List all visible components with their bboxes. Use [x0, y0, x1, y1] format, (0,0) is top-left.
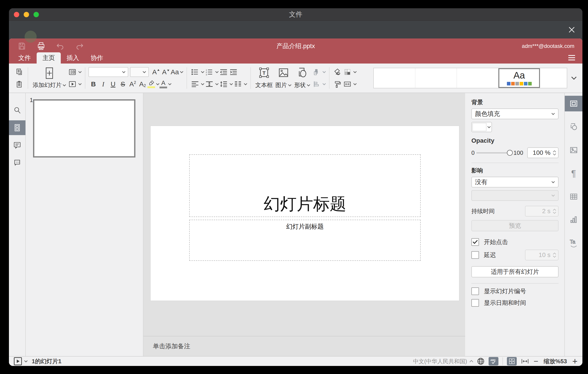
slide-settings-icon[interactable]	[565, 96, 582, 111]
fit-width-icon[interactable]	[521, 358, 529, 365]
copy-style-icon[interactable]	[333, 79, 343, 89]
image-button[interactable]: 图片	[274, 67, 293, 89]
theme-tile[interactable]	[457, 68, 498, 88]
font-color-icon[interactable]: A	[159, 79, 172, 89]
decrease-indent-icon[interactable]	[219, 67, 229, 77]
strikeout-icon[interactable]: S	[118, 79, 128, 89]
duration-spinbox[interactable]: 2 s	[525, 206, 558, 217]
paste-icon[interactable]	[15, 79, 25, 89]
increase-indent-icon[interactable]	[229, 67, 238, 77]
opacity-slider[interactable]	[476, 152, 510, 154]
vertical-align-icon[interactable]	[204, 79, 214, 89]
start-slideshow-icon[interactable]	[67, 79, 77, 89]
comments-icon[interactable]	[9, 138, 25, 153]
start-slideshow-status-icon[interactable]	[14, 357, 22, 365]
delay-checkbox[interactable]	[471, 251, 479, 259]
undo-icon[interactable]	[55, 41, 65, 51]
slides-panel-icon[interactable]	[9, 120, 25, 135]
horizontal-align-icon[interactable]	[190, 79, 200, 89]
apply-to-all-button[interactable]: 适用于所有幻灯片	[471, 266, 558, 277]
start-on-click-checkbox[interactable]	[471, 238, 479, 246]
show-slide-number-checkbox[interactable]	[471, 287, 479, 295]
search-icon[interactable]	[9, 103, 25, 118]
columns-icon[interactable]	[233, 79, 243, 89]
title-placeholder[interactable]: 幻灯片标题	[189, 154, 421, 217]
duration-stepper[interactable]	[553, 209, 556, 214]
superscript-exp: 2	[134, 80, 136, 85]
shape-settings-icon[interactable]	[565, 119, 582, 135]
shape-button[interactable]: 形状	[293, 67, 312, 89]
tab-file[interactable]: 文件	[12, 52, 37, 64]
chat-icon[interactable]	[9, 155, 25, 170]
print-icon[interactable]	[36, 41, 46, 51]
numbered-list-icon[interactable]: 123	[204, 67, 214, 77]
increase-font-icon[interactable]: A	[151, 67, 161, 77]
opacity-stepper[interactable]	[553, 150, 556, 155]
clear-style-icon[interactable]	[333, 67, 343, 77]
redo-icon[interactable]	[75, 41, 84, 51]
delay-stepper[interactable]	[553, 253, 556, 258]
background-fill-dropdown[interactable]: 颜色填充	[471, 109, 558, 119]
notes-area[interactable]: 单击添加备注	[143, 336, 465, 356]
image-settings-icon[interactable]	[565, 142, 582, 158]
underline-icon[interactable]: U	[108, 79, 118, 89]
decrease-font-icon[interactable]: A	[161, 67, 171, 77]
arrange-icon[interactable]	[312, 67, 322, 77]
effect-variant-dropdown[interactable]	[471, 190, 558, 201]
color-scheme-icon[interactable]	[343, 67, 352, 77]
zoom-in-icon[interactable]: +	[572, 356, 578, 366]
highlight-color-icon[interactable]	[147, 79, 159, 89]
bullet-list-icon[interactable]	[190, 67, 200, 77]
language-selector[interactable]: 中文(中华人民共和国)	[413, 358, 467, 365]
paragraph-settings-icon[interactable]: ¶	[565, 165, 582, 181]
spellcheck-icon[interactable]: ABC	[489, 357, 498, 365]
effect-dropdown[interactable]: 没有	[471, 177, 558, 187]
theme-tile[interactable]	[540, 68, 567, 88]
chart-settings-icon[interactable]	[565, 212, 582, 228]
user-email: adm***@dootask.com	[522, 43, 574, 49]
subscript-icon[interactable]: A 2	[138, 79, 147, 89]
opacity-spinbox[interactable]: 100 %	[527, 147, 558, 158]
add-slide-button[interactable]: 添加幻灯片	[31, 67, 67, 89]
table-settings-icon[interactable]	[565, 189, 582, 204]
zoom-out-icon[interactable]: −	[534, 357, 538, 366]
traffic-close-button[interactable]	[14, 12, 19, 17]
superscript-base: A	[129, 81, 134, 88]
tab-insert[interactable]: 插入	[61, 52, 85, 64]
copy-icon[interactable]	[15, 67, 25, 77]
theme-gallery-expand-icon[interactable]	[567, 68, 581, 88]
traffic-maximize-button[interactable]	[33, 12, 39, 17]
preview-button[interactable]: 预览	[471, 220, 558, 231]
textart-settings-icon[interactable]: Ta	[565, 235, 582, 251]
change-case-icon[interactable]: Aa	[171, 67, 183, 77]
slide[interactable]: 幻灯片标题 幻灯片副标题	[150, 126, 459, 301]
theme-tile-selected[interactable]: Aa	[498, 68, 540, 88]
opacity-slider-thumb[interactable]	[507, 150, 513, 156]
theme-tile[interactable]	[415, 68, 457, 88]
show-date-time-checkbox[interactable]	[471, 299, 479, 307]
tab-collaboration[interactable]: 协作	[85, 52, 109, 64]
subtitle-placeholder[interactable]: 幻灯片副标题	[189, 220, 421, 261]
delay-spinbox[interactable]: 10 s	[525, 250, 558, 260]
traffic-minimize-button[interactable]	[24, 12, 29, 17]
globe-icon[interactable]	[477, 357, 484, 365]
font-size-combo[interactable]	[130, 67, 149, 77]
background-color-swatch[interactable]	[471, 122, 492, 132]
bold-icon[interactable]: B	[88, 79, 98, 89]
slide-size-icon[interactable]	[343, 79, 352, 89]
italic-icon[interactable]: I	[98, 79, 108, 89]
slide-thumbnail[interactable]	[33, 99, 135, 157]
fit-slide-icon[interactable]	[507, 357, 517, 365]
line-spacing-icon[interactable]	[219, 79, 229, 89]
slide-layout-icon[interactable]	[67, 67, 77, 77]
font-name-combo[interactable]	[88, 67, 128, 77]
close-icon[interactable]	[567, 25, 577, 35]
tab-home[interactable]: 主页	[37, 52, 61, 64]
theme-tile[interactable]	[374, 68, 415, 88]
svg-text:1: 1	[206, 69, 207, 71]
hamburger-menu-icon[interactable]	[567, 53, 577, 62]
align-objects-icon[interactable]	[312, 79, 322, 89]
text-box-button[interactable]: T 文本框	[254, 67, 274, 89]
superscript-icon[interactable]: A 2	[128, 79, 138, 89]
save-icon[interactable]	[17, 41, 27, 51]
